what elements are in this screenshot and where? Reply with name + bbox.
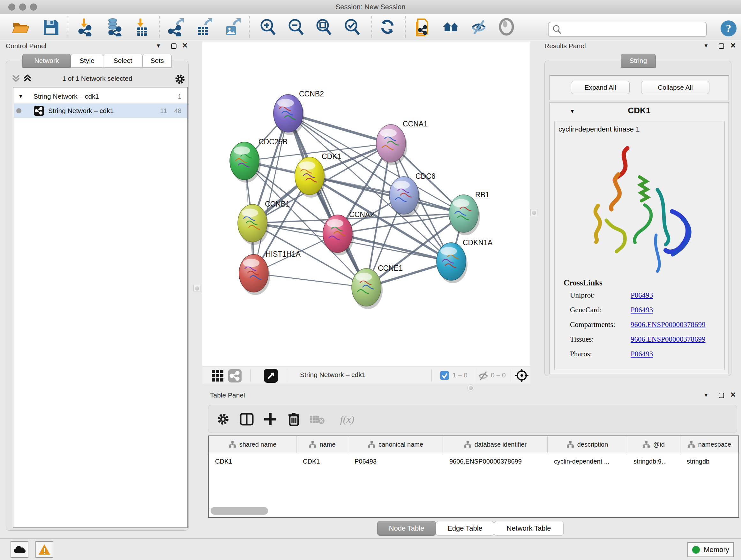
import-table-file-icon[interactable] [133,17,152,37]
table-panel-collapse-icon[interactable]: ▼ [703,392,709,398]
column-header--id[interactable]: @id [627,436,680,453]
table-cell[interactable]: cyclin-dependent ... [548,454,627,469]
delete-table-icon[interactable] [309,410,327,428]
table-cell[interactable]: stringdb:9... [627,454,680,469]
export-image-icon[interactable] [223,17,242,37]
collection-expand-icon[interactable]: ▼ [18,94,23,99]
graph-node-CDKN1A[interactable]: CDKN1A [436,239,493,283]
table-horizontal-scrollbar[interactable] [210,507,737,515]
toolbar-separator [405,16,406,38]
column-header-database-identifier[interactable]: database identifier [443,436,548,453]
table-cell[interactable]: CDK1 [296,454,348,469]
zoom-out-icon[interactable] [286,17,306,37]
save-session-icon[interactable] [41,17,60,37]
graph-edge-hist1h1a-ccne1[interactable] [254,273,366,287]
graph-node-CCNB2[interactable]: CCNB2 [273,90,324,135]
show-columns-icon[interactable] [238,410,256,428]
hidden-eye-icon[interactable] [477,370,489,383]
network-options-gear-icon[interactable] [174,73,186,87]
network-canvas[interactable]: CCNB2CCNA1CDC25BCDK1CDC6RB1CCNB1CCNA2CDK… [202,42,530,367]
table-row[interactable]: CDK1CDK1P064939606.ENSP00000378699cyclin… [209,454,738,469]
function-builder-icon[interactable]: f(x) [333,410,361,428]
crosslink-link[interactable]: P06493 [630,350,653,358]
import-network-database-icon[interactable] [105,17,124,37]
results-panel-close-icon[interactable]: ✕ [730,42,736,50]
column-header-namespace[interactable]: namespace [680,436,738,453]
graph-node-CDC6[interactable]: CDC6 [389,172,435,217]
crosslink-link[interactable]: 9606.ENSP00000378699 [630,320,705,328]
zoom-selected-icon[interactable] [343,17,362,37]
export-network-icon[interactable] [166,17,185,37]
graph-edge-ccnb2-ccne1[interactable] [288,113,366,287]
collapse-all-button[interactable]: Collapse All [641,81,710,94]
control-panel-float-icon[interactable] [171,44,177,50]
network-collection-row[interactable]: ▼ String Network – cdk1 1 [14,89,187,104]
right-splitter-handle[interactable] [530,209,537,216]
tab-style[interactable]: Style [71,54,103,68]
crosslink-link[interactable]: P06493 [630,306,653,314]
zoom-in-icon[interactable] [259,17,278,37]
grid-view-icon[interactable] [211,369,224,383]
graph-node-RB1[interactable]: RB1 [449,191,489,235]
zoom-fit-icon[interactable] [314,17,333,37]
column-type-icon [643,441,650,448]
help-icon[interactable]: ? [719,19,738,38]
fit-selected-crosshair-icon[interactable] [515,368,529,384]
scrollbar-thumb[interactable] [211,507,268,515]
expand-all-button[interactable]: Expand All [571,81,630,94]
selected-checkbox-icon[interactable] [440,371,449,381]
tab-network-table[interactable]: Network Table [494,521,563,536]
bottom-splitter-handle[interactable] [467,384,474,391]
control-panel-collapse-icon[interactable]: ▼ [156,43,161,49]
graph-node-HIST1H1A[interactable]: HIST1H1A [239,250,301,295]
cytoscape-window: Session: New Session [0,0,741,560]
protein-collapse-icon[interactable]: ▼ [569,108,575,115]
column-type-icon [687,441,695,448]
table-panel-float-icon[interactable] [719,393,724,399]
results-panel-collapse-icon[interactable]: ▼ [703,43,709,49]
tab-sets[interactable]: Sets [143,54,172,68]
delete-columns-icon[interactable] [285,410,303,428]
crosslink-link[interactable]: P06493 [630,291,653,299]
open-session-icon[interactable] [10,17,30,37]
cloud-services-button[interactable] [10,541,28,558]
graph-node-CCNA1[interactable]: CCNA1 [376,120,428,165]
control-panel-close-icon[interactable]: ✕ [182,42,188,50]
tab-node-table[interactable]: Node Table [377,521,436,536]
results-panel-float-icon[interactable] [719,44,724,50]
tab-string[interactable]: String [621,54,656,68]
level-of-detail-icon[interactable] [497,17,516,37]
column-header-description[interactable]: description [548,436,627,453]
warnings-button[interactable] [36,541,53,558]
column-header-name[interactable]: name [296,436,348,453]
tab-edge-table[interactable]: Edge Table [436,521,494,536]
tab-network[interactable]: Network [22,54,71,68]
column-header-canonical-name[interactable]: canonical name [348,436,443,453]
tab-select[interactable]: Select [103,54,143,68]
left-splitter-handle[interactable] [193,285,200,292]
table-panel-close-icon[interactable]: ✕ [730,391,736,399]
table-cell[interactable]: 9606.ENSP00000378699 [443,454,548,469]
network-row[interactable]: String Network – cdk1 11 48 [14,104,187,118]
table-cell[interactable]: stringdb [680,454,738,469]
show-hide-graphics-icon[interactable] [469,17,488,37]
import-network-file-icon[interactable] [76,17,95,37]
export-table-icon[interactable] [194,17,213,37]
create-column-icon[interactable] [261,410,279,428]
table-options-gear-icon[interactable] [214,410,232,428]
home-pages-icon[interactable] [441,17,461,37]
crosslink-label: Uniprot: [570,291,630,300]
search-input[interactable] [562,26,699,33]
birdseye-navigator-icon[interactable] [264,368,278,384]
column-header-shared-name[interactable]: shared name [209,436,296,453]
first-neighbors-icon[interactable] [413,17,432,37]
refresh-icon[interactable] [378,17,397,37]
table-cell[interactable]: P06493 [348,454,443,469]
memory-button[interactable]: Memory [687,542,734,557]
crosslink-label: Compartments: [570,320,630,329]
table-toolbar: f(x) [208,405,737,433]
graph-node-CCNE1[interactable]: CCNE1 [352,264,403,309]
table-cell[interactable]: CDK1 [209,454,296,469]
network-thumbnail-icon[interactable] [228,369,242,384]
crosslink-link[interactable]: 9606.ENSP00000378699 [630,335,705,343]
